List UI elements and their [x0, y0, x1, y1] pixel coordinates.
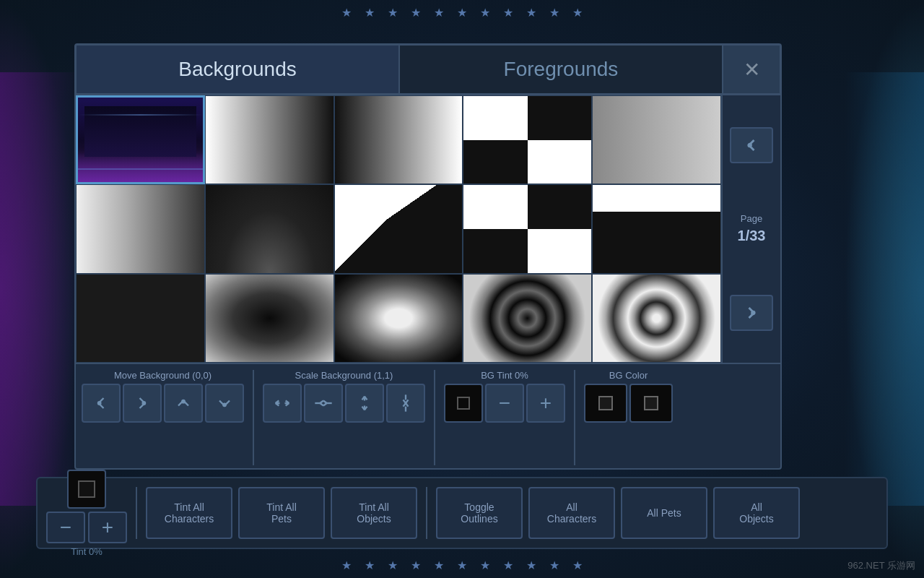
all-pets-button[interactable]: All Pets — [621, 487, 707, 539]
tint-all-objects-button[interactable]: Tint All Objects — [331, 487, 417, 539]
all-characters-button[interactable]: All Characters — [528, 487, 615, 539]
grid-area: Page 1/33 — [76, 95, 780, 363]
bg-color-box-2[interactable] — [629, 384, 673, 423]
close-icon: ✕ — [744, 58, 760, 82]
bg-city-left — [0, 72, 79, 506]
bg-color-box-1[interactable] — [584, 384, 627, 423]
bg-tint-plus-button[interactable]: + — [526, 384, 565, 423]
bg-color-boxes — [584, 384, 673, 423]
move-up-button[interactable] — [164, 384, 203, 423]
color-swatch-1 — [598, 396, 613, 410]
tab-foregrounds-label: Foregrounds — [504, 58, 619, 81]
thumb-5[interactable] — [592, 95, 721, 184]
move-right-button[interactable] — [123, 384, 162, 423]
scale-v-expand-button[interactable] — [345, 384, 384, 423]
prev-page-button[interactable] — [730, 127, 773, 163]
scale-bg-label: Scale Background (1,1) — [295, 370, 393, 381]
move-bg-buttons — [82, 384, 244, 423]
tab-backgrounds[interactable]: Backgrounds — [76, 45, 399, 94]
star-icon: ★ — [526, 558, 536, 572]
tint-minus-button[interactable]: − — [46, 512, 85, 543]
move-left-button[interactable] — [82, 384, 121, 423]
bottom-divider-1 — [136, 487, 137, 539]
thumb-7[interactable] — [205, 184, 334, 273]
star-icon: ★ — [526, 6, 536, 20]
scale-v-contract-button[interactable] — [386, 384, 425, 423]
thumb-2[interactable] — [205, 95, 334, 184]
thumb-14[interactable] — [463, 274, 592, 363]
bg-tint-color-button[interactable] — [444, 384, 483, 423]
controls-row: Move Background (0,0) Scale Background (… — [76, 363, 780, 471]
scale-h-contract-button[interactable] — [304, 384, 343, 423]
stars-bottom: ★ ★ ★ ★ ★ ★ ★ ★ ★ ★ ★ — [0, 553, 924, 578]
thumb-10[interactable] — [592, 184, 721, 273]
tint-plus-button[interactable]: + — [88, 512, 127, 543]
thumbnails-grid — [76, 95, 723, 363]
svg-point-2 — [98, 402, 101, 405]
svg-point-5 — [223, 404, 226, 407]
bottom-divider-2 — [426, 487, 427, 539]
bottom-bar: − + Tint 0% Tint All Characters Tint All… — [36, 477, 888, 549]
thumb-15[interactable] — [592, 274, 721, 363]
close-button[interactable]: ✕ — [723, 45, 780, 94]
page-info: Page 1/33 — [738, 212, 766, 246]
divider-3 — [574, 370, 575, 465]
all-objects-label: All Objects — [739, 501, 773, 525]
tint-all-pets-label: Tint All Pets — [266, 501, 297, 525]
star-icon: ★ — [411, 558, 421, 572]
tint-all-pets-button[interactable]: Tint All Pets — [238, 487, 325, 539]
star-icon: ★ — [480, 558, 490, 572]
star-icon: ★ — [341, 6, 352, 20]
toggle-outlines-button[interactable]: Toggle Outlines — [436, 487, 523, 539]
thumb-13[interactable] — [334, 274, 463, 363]
next-page-button[interactable] — [730, 295, 773, 331]
star-icon: ★ — [549, 6, 559, 20]
svg-point-1 — [752, 311, 755, 314]
scale-h-expand-button[interactable] — [263, 384, 302, 423]
bg-tint-minus-button[interactable]: − — [485, 384, 524, 423]
color-swatch-2 — [644, 396, 658, 410]
star-icon: ★ — [572, 6, 583, 20]
plus-icon: + — [102, 516, 113, 539]
main-panel: Backgrounds Foregrounds ✕ — [74, 43, 782, 470]
bg-color-section: BG Color — [584, 370, 673, 465]
toggle-outlines-label: Toggle Outlines — [461, 501, 497, 525]
minus-icon: − — [60, 516, 71, 539]
thumb-6[interactable] — [76, 184, 205, 273]
star-icon: ★ — [434, 558, 444, 572]
tab-backgrounds-label: Backgrounds — [178, 58, 296, 81]
thumb-8[interactable] — [334, 184, 463, 273]
thumb-11[interactable] — [76, 274, 205, 363]
watermark: 962.NET 乐游网 — [847, 559, 915, 572]
thumb-1[interactable] — [76, 95, 205, 184]
move-bg-label: Move Background (0,0) — [114, 370, 212, 381]
star-icon: ★ — [572, 558, 583, 572]
star-icon: ★ — [457, 6, 467, 20]
svg-point-3 — [143, 402, 146, 405]
tab-row: Backgrounds Foregrounds ✕ — [76, 45, 780, 95]
tint-all-objects-label: Tint All Objects — [357, 501, 391, 525]
thumb-4[interactable] — [463, 95, 592, 184]
all-characters-label: All Characters — [547, 501, 596, 525]
divider-1 — [253, 370, 254, 465]
move-bg-section: Move Background (0,0) — [82, 370, 244, 465]
tint-color-button[interactable] — [67, 470, 106, 509]
star-icon: ★ — [411, 6, 421, 20]
svg-point-4 — [182, 400, 185, 403]
thumb-12[interactable] — [205, 274, 334, 363]
thumb-3[interactable] — [334, 95, 463, 184]
divider-2 — [434, 370, 435, 465]
tint-all-characters-button[interactable]: Tint All Characters — [146, 487, 232, 539]
star-icon: ★ — [503, 6, 513, 20]
star-icon: ★ — [549, 558, 559, 572]
stars-top: ★ ★ ★ ★ ★ ★ ★ ★ ★ ★ ★ — [0, 0, 924, 25]
move-down-button[interactable] — [205, 384, 244, 423]
star-icon: ★ — [388, 558, 398, 572]
tab-foregrounds[interactable]: Foregrounds — [399, 45, 723, 94]
thumb-9[interactable] — [463, 184, 592, 273]
star-icon: ★ — [480, 6, 490, 20]
star-icon: ★ — [434, 6, 444, 20]
page-number: 1/33 — [738, 225, 766, 246]
star-icon: ★ — [388, 6, 398, 20]
all-objects-button[interactable]: All Objects — [713, 487, 800, 539]
